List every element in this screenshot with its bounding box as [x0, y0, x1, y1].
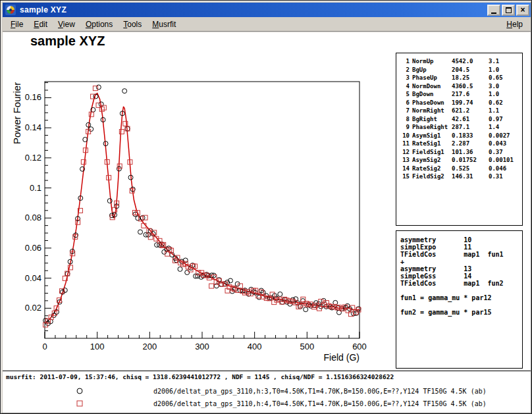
legend-label: d2006/deltat_pta_gps_3110,h:3,T0=4.50K,T… [153, 388, 487, 395]
legend-marker-circle-icon [74, 386, 85, 396]
menu-accel-letter: T [123, 20, 127, 29]
root-canvas: sample XYZ 01002003004005006000.020.040.… [3, 32, 531, 413]
menubar: FileEditViewOptionsToolsMusrfitHelp [3, 17, 531, 32]
close-icon: × [520, 6, 525, 14]
menu-item-tools[interactable]: Tools [118, 18, 147, 30]
legend-entry: d2006/deltat_pta_gps_3110,h:4,T0=4.50K,T… [74, 398, 487, 409]
menu-item-musrfit[interactable]: Musrfit [147, 18, 181, 30]
menu-accel-letter: V [58, 20, 63, 29]
close-button[interactable]: × [516, 5, 529, 16]
menu-accel-letter: H [506, 20, 512, 29]
menu-item-options[interactable]: Options [80, 18, 118, 30]
maximize-icon [506, 7, 512, 13]
menu-accel-letter: O [86, 20, 92, 29]
legend-label: d2006/deltat_pta_gps_3110,h:4,T0=4.50K,T… [153, 400, 487, 407]
titlebar[interactable]: sample XYZ × [3, 3, 531, 17]
menu-item-file[interactable]: File [5, 18, 28, 30]
window-title: sample XYZ [20, 5, 487, 14]
menu-item-view[interactable]: View [53, 18, 80, 30]
app-window: sample XYZ × FileEditViewOptionsToolsMus… [0, 0, 532, 414]
window-controls: × [487, 5, 529, 16]
maximize-button[interactable] [502, 5, 515, 16]
menu-accel-letter: M [152, 20, 159, 29]
minimize-icon [491, 13, 496, 14]
menu-item-help[interactable]: Help [501, 18, 528, 30]
minimize-button[interactable] [487, 5, 500, 16]
menu-accel-letter: F [11, 20, 15, 29]
app-icon [5, 5, 16, 15]
legend-marker-square-icon [74, 398, 85, 409]
legend: d2006/deltat_pta_gps_3110,h:3,T0=4.50K,T… [3, 32, 531, 413]
menu-accel-letter: E [34, 20, 39, 29]
menu-item-edit[interactable]: Edit [28, 18, 53, 30]
legend-entry: d2006/deltat_pta_gps_3110,h:3,T0=4.50K,T… [74, 386, 487, 396]
